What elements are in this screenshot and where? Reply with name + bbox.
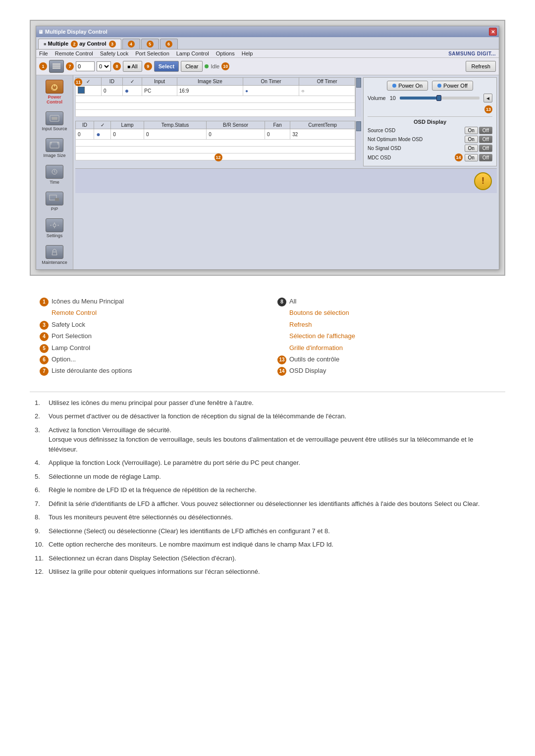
osd-no-signal-off[interactable]: Off [479,145,492,152]
instruction-6: 6. Règle le nombre de LFD ID et la fréqu… [35,485,500,495]
badge-9: 9 [144,62,152,70]
instruction-num-7: 7. [35,499,45,509]
legend-badge-5: 5 [40,344,49,353]
menu-remote-control[interactable]: Remote Control [55,50,93,56]
id-select-end[interactable]: 0 [97,61,111,71]
sidebar-item-power-control[interactable]: Power Control [38,78,71,106]
input-source-icon [46,111,63,125]
select-button[interactable]: Select [154,61,179,72]
legend-item-grille: Grille d'information [277,342,495,353]
all-button[interactable]: ■ All [123,61,142,72]
osd-source-off[interactable]: Off [479,127,492,134]
table-row[interactable]: 0 ● PC 16:9 ● ○ [76,86,355,96]
menu-options[interactable]: Options [216,50,235,56]
legend-right: 8 All Boutons de sélection Refresh Sélec… [277,296,495,377]
osd-source-on[interactable]: On [465,127,478,134]
tab-4[interactable]: 4 [122,39,140,49]
osd-no-signal-label: No Signal OSD [368,146,401,151]
instruction-num-6: 6. [35,485,45,495]
sidebar-label-time: Time [50,180,59,185]
instruction-num-2: 2. [35,411,45,421]
sidebar-item-time[interactable]: Time [44,163,65,186]
top-table-container: ✓ ID ✓ Input Image Size On Timer Off Tim… [75,77,361,117]
volume-slider[interactable] [400,97,480,100]
instructions: 1. Utilisez les icônes du menu principal… [30,398,505,577]
tab-5[interactable]: 5 [141,39,159,49]
legend-badge-1: 1 [40,298,49,306]
toolbar: 1 7 0 8 ■ All 9 Select Clear Idle 10 Ref… [36,58,499,75]
id-input-start[interactable] [76,61,95,71]
osd-section: OSD Display Source OSD On Off Not [368,116,492,163]
legend-item-affichage: Sélection de l'affichage [277,330,495,342]
menu-help[interactable]: Help [242,50,253,56]
legend-badge-8: 8 [277,298,286,306]
instruction-num-3: 3. [35,425,45,454]
right-control-panel: Power On Power Off Volume 10 [363,77,497,166]
instruction-num-9: 9. [35,526,45,536]
instruction-5: 5. Sélectionne un mode de réglage Lamp. [35,472,500,482]
menu-lamp-control[interactable]: Lamp Control [176,50,209,56]
sidebar-item-input-source[interactable]: Input Source [40,110,68,133]
instruction-num-8: 8. [35,512,45,522]
menu-port-selection[interactable]: Port Selection [135,50,169,56]
table-row-empty-3 [76,110,355,117]
osd-not-optimum-on[interactable]: On [465,136,478,143]
sidebar-item-image-size[interactable]: Image Size [42,137,67,159]
table-row-empty-2 [76,103,355,110]
legend-badge-13: 13 [277,355,286,364]
legend-item-5: 5 Lamp Control [40,342,258,353]
sidebar: Power Control Input Source [36,75,73,269]
legend-text-4: Port Selection [52,330,92,342]
clear-button[interactable]: Clear [181,61,203,72]
osd-mdc-off[interactable]: Off [479,154,492,161]
sidebar-item-settings[interactable]: Settings [44,217,65,240]
checkbox[interactable] [78,87,85,94]
osd-mdc-on[interactable]: On [465,154,478,161]
sidebar-label-maintenance: Maintenance [42,260,67,265]
scroll-bar-top[interactable] [355,77,361,117]
instruction-12: 12. Utilisez la grille pour obtenir quel… [35,567,500,577]
maintenance-icon [46,245,63,259]
svg-rect-2 [53,67,60,69]
left-tables: 11 ✓ ID ✓ Input [75,77,361,166]
bcell-lamp: 0 [111,129,144,140]
main-content: Power Control Input Source [36,75,499,269]
close-button[interactable]: ✕ [489,28,497,36]
osd-no-signal-on[interactable]: On [465,145,478,152]
col-off-timer: Off Timer [299,78,355,86]
tab-multiple[interactable]: ■ Multiple 2 ay Control 3 [38,39,121,49]
osd-not-optimum-off[interactable]: Off [479,136,492,143]
settings-icon [46,218,63,232]
legend-text-7: Liste déroulante des options [52,365,132,376]
scroll-bar-bottom[interactable] [355,121,361,160]
btable-row[interactable]: 0 ● 0 0 0 0 32 [76,129,355,140]
sidebar-item-pip[interactable]: PIP [44,190,65,213]
pip-icon [46,192,63,205]
badge-11: 11 [74,78,82,86]
status-indicator: Idle [205,63,219,69]
sidebar-item-maintenance[interactable]: Maintenance [40,244,69,266]
window-title: Multiple Display Control [45,29,107,35]
legend-item-selection-btns: Boutons de sélection [277,307,495,318]
cell-check [76,86,102,96]
legend-item-13: 13 Outils de contrôle [277,353,495,365]
refresh-button[interactable]: Refresh [466,61,496,72]
tab-6[interactable]: 6 [160,39,178,49]
instruction-num-5: 5. [35,472,45,482]
legend-item-8: 8 All [277,296,495,307]
power-off-button[interactable]: Power Off [432,81,473,91]
legend-badge-6: 6 [40,355,49,364]
instruction-text-6: Règle le nombre de LFD ID et la fréquenc… [49,485,257,495]
badge-7: 7 [66,62,74,70]
bottom-table-area: 12 ID ✓ Lamp Temp.Status [75,121,361,160]
menu-safety-lock[interactable]: Safety Lock [100,50,128,56]
instruction-text-5: Sélectionne un mode de réglage Lamp. [49,472,161,482]
svg-rect-9 [55,198,59,201]
power-on-button[interactable]: Power On [387,81,428,91]
power-row: Power On Power Off [368,81,492,91]
badge-1: 1 [39,62,47,70]
btable-row-empty-1 [76,140,355,147]
col-id: ID [101,78,122,86]
menu-file[interactable]: File [39,50,48,56]
volume-icon[interactable]: ◄ [483,94,492,102]
